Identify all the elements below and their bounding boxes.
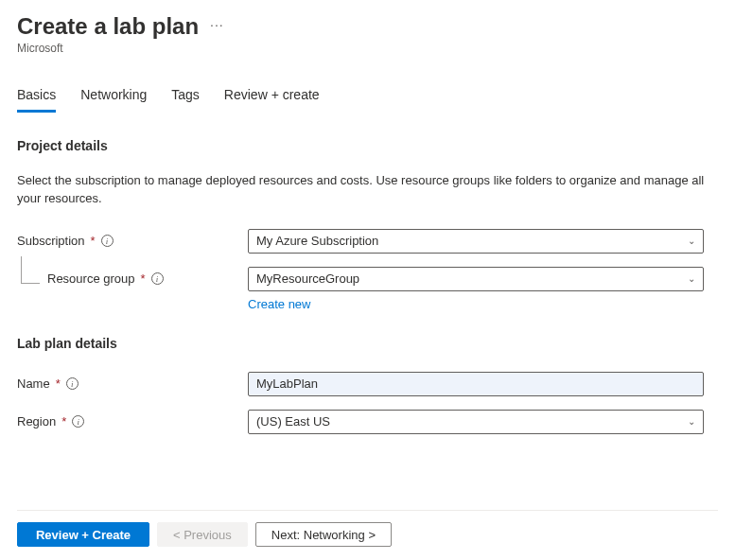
- previous-button: < Previous: [157, 522, 248, 547]
- tab-networking[interactable]: Networking: [80, 81, 147, 113]
- region-select[interactable]: (US) East US ⌄: [248, 410, 704, 434]
- info-icon[interactable]: i: [72, 415, 84, 428]
- required-indicator: *: [61, 414, 66, 429]
- review-create-button[interactable]: Review + Create: [17, 522, 149, 547]
- chevron-down-icon: ⌄: [688, 273, 695, 284]
- page-subtitle: Microsoft: [17, 42, 718, 55]
- page-title: Create a lab plan: [17, 13, 199, 40]
- required-indicator: *: [91, 234, 96, 248]
- required-indicator: *: [56, 376, 61, 391]
- tabs: Basics Networking Tags Review + create: [17, 81, 718, 114]
- chevron-down-icon: ⌄: [688, 416, 695, 427]
- section-project-details: Project details: [17, 138, 718, 153]
- footer: Review + Create < Previous Next: Network…: [17, 510, 718, 547]
- tab-basics[interactable]: Basics: [17, 81, 56, 113]
- name-value: MyLabPlan: [256, 376, 318, 391]
- subscription-select[interactable]: My Azure Subscription ⌄: [248, 229, 704, 254]
- resource-group-label: Resource group* i: [17, 271, 248, 286]
- more-icon[interactable]: ···: [210, 17, 224, 36]
- region-value: (US) East US: [256, 414, 330, 429]
- info-icon[interactable]: i: [101, 235, 114, 247]
- chevron-down-icon: ⌄: [688, 236, 695, 246]
- name-label: Name* i: [17, 376, 248, 391]
- required-indicator: *: [141, 271, 146, 286]
- resource-group-value: MyResourceGroup: [256, 271, 359, 286]
- resource-group-select[interactable]: MyResourceGroup ⌄: [248, 267, 704, 291]
- subscription-value: My Azure Subscription: [256, 234, 378, 248]
- subscription-label: Subscription* i: [17, 234, 248, 248]
- info-icon[interactable]: i: [66, 377, 79, 390]
- tab-review[interactable]: Review + create: [224, 81, 320, 113]
- tab-tags[interactable]: Tags: [171, 81, 200, 113]
- create-new-link[interactable]: Create new: [248, 297, 310, 311]
- region-label: Region* i: [17, 414, 248, 429]
- project-details-description: Select the subscription to manage deploy…: [17, 172, 717, 208]
- next-button[interactable]: Next: Networking >: [255, 522, 392, 547]
- section-lab-plan-details: Lab plan details: [17, 336, 718, 351]
- info-icon[interactable]: i: [151, 272, 164, 285]
- name-input[interactable]: MyLabPlan: [248, 372, 704, 396]
